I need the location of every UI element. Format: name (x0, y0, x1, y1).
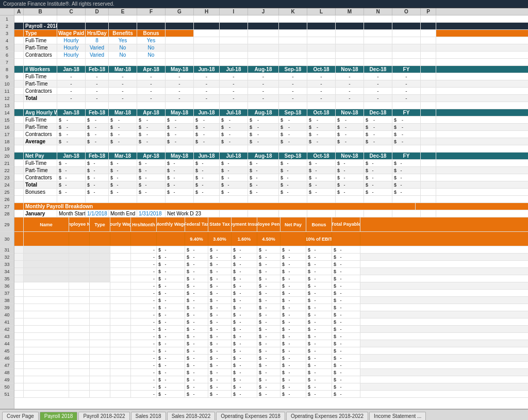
detail-wage-header: Hourly Wage (110, 217, 131, 231)
contractors-label: Contractors (24, 52, 57, 58)
tab-operating-2018[interactable]: Operating Expenses 2018 (216, 412, 285, 420)
fulltime-wage: Hourly (57, 37, 86, 44)
row-25: Bonuses $ - $ - $ - $ - $ - $ - $ - $ - … (14, 189, 528, 196)
row-44: - $ - $ - $ - $ - $ - $ - $ - $ - (14, 340, 528, 347)
row-10: Part-Time - - - - - - - - - - - - - (14, 80, 528, 88)
detail-type-header: Type (90, 217, 110, 231)
row-36: - $ - $ - $ - $ - $ - $ - $ - $ - (14, 282, 528, 290)
row-39: - $ - $ - $ - $ - $ - $ - $ - $ - (14, 304, 528, 311)
row-21: Full-Time $ - $ - $ - $ - $ - $ - $ - $ … (14, 160, 528, 167)
row-38: - $ - $ - $ - $ - $ - $ - $ - $ - (14, 297, 528, 304)
col-header-I: I (220, 8, 248, 15)
avg-wage-label: Avg Hourly Wage (24, 109, 57, 116)
tab-cover-page[interactable]: Cover Page (2, 412, 39, 420)
row-2-title: Payroll - 2018 (14, 23, 528, 30)
benefits-header: Benefits (109, 30, 137, 37)
row-37: - $ - $ - $ - $ - $ - $ - $ - $ - (14, 290, 528, 297)
col-header-H: H (194, 8, 220, 15)
detail-bonus-header: Bonus (306, 217, 332, 231)
month-start-val: 1/1/2018 (86, 210, 109, 217)
row-3-type-headers: Type Wage Paid Hrs/Day Benefits Bonus (14, 30, 528, 37)
col-header-B: B (24, 8, 57, 15)
row-42: - $ - $ - $ - $ - $ - $ - $ - $ - (14, 326, 528, 333)
row-43: - $ - $ - $ - $ - $ - $ - $ - $ - (14, 333, 528, 340)
tab-sales-2018[interactable]: Sales 2018 (131, 412, 166, 420)
tab-payroll-2018[interactable]: Payroll 2018 (40, 412, 78, 420)
tab-payroll-2018-2022[interactable]: Payroll 2018-2022 (78, 412, 129, 420)
col-header-E: E (109, 8, 137, 15)
col-header-C: C (57, 8, 86, 15)
parttime-wage: Hourly (57, 44, 86, 51)
parttime-bonus: No (137, 44, 166, 51)
row-48: - $ - $ - $ - $ - $ - $ - $ - $ - (14, 369, 528, 376)
workers-section-label: # Workers (24, 66, 57, 73)
monthly-breakdown-label: Monthly Payroll Breakdown (24, 203, 416, 210)
contractors-wage: Hourly (57, 52, 86, 58)
copyright-text: Corporate Finance Institute®. All rights… (3, 1, 114, 7)
row-18: Average $ - $ - $ - $ - $ - $ - $ - $ - … (14, 138, 528, 145)
col-header-K: K (279, 8, 307, 15)
col-header-L: L (307, 8, 336, 15)
row-41: - $ - $ - $ - $ - $ - $ - $ - $ - (14, 318, 528, 326)
tabs-bar: Cover Page Payroll 2018 Payroll 2018-202… (0, 409, 528, 420)
fed-tax-pct: 9.40% (185, 232, 208, 246)
row-15: Full-Time $ - $ - $ - $ - $ - $ - $ - $ … (14, 116, 528, 124)
row-numbers: 1 2 3 4 5 6 7 8 9 10 11 12 13 14 15 16 1… (0, 15, 14, 409)
row-30-pct-headers: 9.40% 3.60% 1.60% 4.50% 10% of EBIT (14, 232, 528, 246)
row-22: Part-Time $ - $ - $ - $ - $ - $ - $ - $ … (14, 167, 528, 174)
top-bar: Corporate Finance Institute®. All rights… (0, 0, 528, 8)
col-header-F: F (137, 8, 166, 15)
row-49: - $ - $ - $ - $ - $ - $ - $ - $ - (14, 376, 528, 383)
row-7 (14, 59, 528, 66)
row-31: - $ - $ - $ - $ - $ - $ - $ - $ - (14, 246, 528, 254)
detail-fed-tax-header: Federal Tax (185, 217, 208, 231)
row-47: - $ - $ - $ - $ - $ - $ - $ - $ - (14, 362, 528, 369)
row-28-january: January Month Start 1/1/2018 Month End 1… (14, 210, 528, 217)
detail-net-pay-header: Net Pay (280, 217, 306, 231)
contractors-hrs: Varied (86, 52, 109, 58)
contractors-bonus: No (137, 52, 166, 58)
col-header-M: M (336, 8, 364, 15)
fulltime-benefits: Yes (109, 37, 137, 44)
row-32: - $ - $ - $ - $ - $ - $ - $ - $ - (14, 254, 528, 261)
col-header-G: G (166, 8, 194, 15)
row-51: - $ - $ - $ - $ - $ - $ - $ - $ - (14, 391, 528, 398)
net-pay-label: Net Pay (24, 153, 57, 159)
detail-state-tax-header: State Tax (208, 217, 232, 231)
net-work-days-val: 23 (194, 210, 220, 217)
parttime-benefits: No (109, 44, 137, 51)
state-tax-pct: 3.60% (208, 232, 232, 246)
detail-emp-ins-header: Employment Insurance (232, 217, 257, 231)
row-8-workers-header: # Workers Jan-18 Feb-18 Mar-18 Apr-18 Ma… (14, 66, 528, 73)
row-26 (14, 196, 528, 203)
row-24: Total $ - $ - $ - $ - $ - $ - $ - $ - $ … (14, 181, 528, 189)
detail-pension-header: Employee Pension (257, 217, 280, 231)
parttime-hrs: Varied (86, 44, 109, 51)
tab-sales-2018-2022[interactable]: Sales 2018-2022 (167, 412, 216, 420)
detail-hrs-header: Hrs/Month (131, 217, 157, 231)
detail-name-header: Name (24, 217, 69, 231)
january-label: January (24, 210, 57, 217)
col-header-P: P (421, 8, 436, 15)
detail-total-payable-header: Total Payable (332, 217, 360, 231)
data-rows: - $ - $ - $ - $ - $ - $ - $ - $ - - $ - … (14, 246, 528, 398)
row-1 (14, 15, 528, 23)
fulltime-hrs: 8 (86, 37, 109, 44)
detail-monthly-wage-header: Monthly Wage (157, 217, 185, 231)
month-start-label: Month Start (57, 210, 86, 217)
contractors-benefits: No (109, 52, 137, 58)
row-46: - $ - $ - $ - $ - $ - $ - $ - $ - (14, 355, 528, 362)
row-9: Full-Time - - - - - - - - - - - - - (14, 73, 528, 80)
tab-income-statement[interactable]: Income Statement ... (369, 412, 426, 420)
net-work-days-label: Net Work Days (166, 210, 194, 217)
col-header-O: O (392, 8, 421, 15)
row-45: - $ - $ - $ - $ - $ - $ - $ - $ - (14, 347, 528, 355)
grid-content: Payroll - 2018 Type Wage Pa (14, 15, 528, 409)
col-header-J: J (248, 8, 279, 15)
row-19 (14, 145, 528, 153)
tab-operating-2018-2022[interactable]: Operating Expenses 2018-2022 (286, 412, 368, 420)
month-end-label: Month End (109, 210, 137, 217)
row-4-fulltime: Full-Time Hourly 8 Yes Yes (14, 37, 528, 44)
pension-pct: 4.50% (257, 232, 280, 246)
month-end-val: 1/31/2018 (137, 210, 166, 217)
